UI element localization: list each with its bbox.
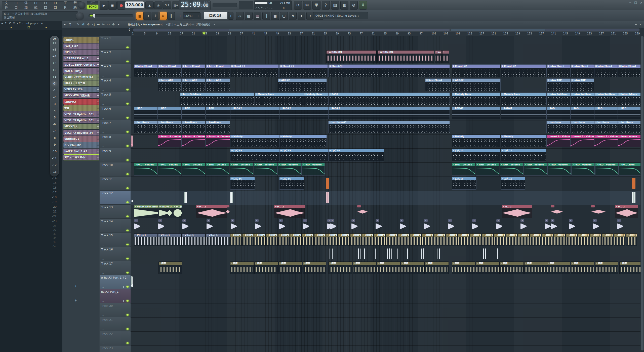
- link-icon[interactable]: ∞: [159, 12, 167, 20]
- playlist-clip[interactable]: »擦擦: [353, 261, 376, 274]
- menu-item[interactable]: 口口: [15, 1, 20, 10]
- track-mute-led[interactable]: [126, 244, 129, 245]
- playlist-clip[interactable]: ↗PAD..ume: [619, 163, 640, 175]
- playlist-clip[interactable]: »untitled01: [326, 50, 377, 63]
- db-scale[interactable]: W +6+5+4+3+2+10-1-2-3-4-5-6-7-8-9-10-11-…: [50, 36, 59, 177]
- track-plus-marker[interactable]: +: [74, 299, 77, 302]
- playlist-clip[interactable]: »LOOP1: [230, 233, 242, 246]
- select-tool-icon[interactable]: ▭: [106, 23, 111, 26]
- playlist-clip[interactable]: [326, 178, 329, 189]
- source-clip[interactable]: MCYY口入✛: [63, 124, 100, 129]
- playlist-clip[interactable]: [423, 248, 424, 259]
- playlist-clip[interactable]: ↗PAD - Volume: [547, 163, 571, 175]
- channel-rack-toggle-icon[interactable]: ▦: [136, 12, 144, 20]
- playlist-clip[interactable]: ≡Intro ARP: [158, 78, 182, 91]
- playlist-close-icon[interactable]: ✕: [639, 23, 641, 26]
- project-task-badge[interactable]: 06/23 MIXING | Setting Levels▸: [313, 12, 368, 19]
- track-plus-marker[interactable]: +: [74, 285, 77, 288]
- playlist-clip[interactable]: »LOOP1: [590, 233, 601, 246]
- track-header[interactable]: ◉hatFX Part_1 #2...✛: [100, 275, 131, 289]
- track-header[interactable]: Track 10...: [100, 162, 131, 177]
- track-options[interactable]: ...: [102, 117, 104, 119]
- track-header[interactable]: Track 22...: [100, 331, 131, 345]
- track-header[interactable]: Track 7...: [100, 120, 131, 134]
- playlist-clip[interactable]: ≡PAD: [134, 107, 158, 119]
- playlist-clip[interactable]: »: [255, 219, 261, 232]
- playlist-clip[interactable]: »u..: [435, 50, 442, 63]
- playlist-clip[interactable]: ≡Melody: [230, 135, 279, 147]
- playlist-clip[interactable]: »LOOP1: [530, 233, 541, 246]
- playlist-clip[interactable]: ≡Intro Chord: [546, 64, 570, 77]
- playlist-clip[interactable]: »LOOP1: [386, 233, 397, 246]
- playlist-clip[interactable]: [485, 248, 486, 259]
- track-mute-led[interactable]: [126, 342, 129, 344]
- playlist-clip[interactable]: »LOOP1: [578, 233, 589, 246]
- playlist-clip[interactable]: »LOOP1: [518, 233, 530, 246]
- playlist-clip[interactable]: ≡Chord #2: [452, 64, 500, 77]
- playlist-clip[interactable]: ≡口式 16: [452, 177, 476, 190]
- playlist-clip[interactable]: [591, 205, 606, 218]
- track-header[interactable]: Track 4...: [100, 78, 131, 92]
- playlist-clip[interactable]: »擦擦: [303, 261, 326, 274]
- track-lane[interactable]: [131, 191, 640, 205]
- playlist-clip[interactable]: »擦擦: [425, 261, 449, 274]
- track-options[interactable]: ...: [102, 89, 104, 91]
- playlist-clip[interactable]: ≡Chord #2: [279, 64, 328, 77]
- source-clip[interactable]: LOOP1✛: [63, 37, 100, 43]
- source-clip[interactable]: MCYY 4X8 口渡效果..✛: [63, 93, 100, 98]
- playlist-clip[interactable]: ↗PAD - Volume: [134, 163, 157, 175]
- menu-item[interactable]: 口式: [34, 1, 40, 10]
- playlist-clip[interactable]: ↗Insert 9 - Volume: [594, 135, 618, 147]
- playlist-clip[interactable]: ≡PAD: [618, 107, 640, 119]
- track-header[interactable]: Track 12...: [100, 191, 131, 205]
- playlist-clip[interactable]: »LOOP1: [350, 233, 362, 246]
- playlist-clip[interactable]: »: [182, 219, 188, 232]
- playlist-clip[interactable]: »LOOP1: [554, 233, 566, 246]
- playlist-clip[interactable]: ≡口式 15: [501, 149, 546, 161]
- playlist-clip[interactable]: »擦擦: [278, 261, 302, 274]
- playlist-clip[interactable]: »LOOP1: [458, 233, 469, 246]
- piano-roll-icon[interactable]: ▦: [271, 12, 279, 20]
- playlist-clip[interactable]: ≡hardbass#2: [328, 121, 450, 133]
- playlist-clip[interactable]: ≡Chord #2: [230, 64, 279, 77]
- track-mute-led[interactable]: [126, 314, 129, 316]
- playlist-clip[interactable]: »: [593, 219, 599, 232]
- track-header[interactable]: Track 6...: [100, 106, 131, 120]
- playlist-grid[interactable]: »untitled01»untitled01»u..»≡Intro Chord≡…: [131, 36, 640, 352]
- source-clip[interactable]: 擦擦✛: [63, 105, 100, 111]
- pat-song-toggle[interactable]: PAT SONG: [87, 1, 98, 9]
- plugin-picker-icon[interactable]: ⋔: [289, 12, 297, 20]
- playlist-clip[interactable]: ≡Intro ARP: [182, 78, 206, 91]
- mute-tool-icon[interactable]: ◁: [91, 23, 96, 26]
- playlist-clip[interactable]: »: [207, 219, 213, 232]
- playlist-clip[interactable]: »: [279, 219, 285, 232]
- playlist-clip[interactable]: ≡hardbass: [618, 121, 640, 133]
- playlist-clip[interactable]: »擦擦: [452, 261, 475, 274]
- playlist-clip[interactable]: ≡Saw Chord: [425, 78, 451, 91]
- playlist-clip[interactable]: [375, 248, 376, 259]
- playlist-clip[interactable]: ≡ARP#2: [278, 78, 327, 91]
- playlist-clip[interactable]: »擦擦: [158, 261, 182, 274]
- playlist-clip[interactable]: [632, 178, 635, 189]
- playlist-clip[interactable]: ≡PAD#2: [279, 107, 328, 119]
- playlist-clip[interactable]: »LOOP1: [374, 233, 386, 246]
- source-clip[interactable]: HARABASSPart_1✛: [63, 56, 100, 61]
- playlist-clip[interactable]: »: [520, 219, 527, 232]
- playlist-clip[interactable]: ≡PAD#2: [230, 107, 279, 119]
- playlist-clip[interactable]: ≡hardbass: [594, 121, 618, 133]
- playlist-menu-icon[interactable]: ▸: [62, 23, 67, 26]
- playlist-clip[interactable]: »: [134, 219, 140, 232]
- playlist-clip[interactable]: ↗PAD - Volume: [158, 163, 181, 175]
- playlist-clip[interactable]: »擦擦: [500, 261, 524, 274]
- source-clip[interactable]: VEDM Downlifter 03✛: [63, 74, 100, 80]
- source-clip[interactable]: hatFX Part_1✛: [63, 68, 100, 74]
- pat-mode-button[interactable]: PAT: [87, 1, 98, 5]
- track-mute-led[interactable]: [126, 258, 129, 259]
- playlist-clip[interactable]: »LOOP1: [242, 233, 254, 246]
- track-header[interactable]: Track 13...: [100, 205, 131, 219]
- copy-tool-icon[interactable]: ❐: [27, 26, 30, 29]
- playlist-clip[interactable]: ≡M.._2: [274, 205, 305, 218]
- wait-for-input-icon[interactable]: ◔: [154, 2, 163, 9]
- source-clip[interactable]: LOOP#2✛: [63, 99, 100, 105]
- delete-tool-icon[interactable]: ⊘: [86, 23, 91, 26]
